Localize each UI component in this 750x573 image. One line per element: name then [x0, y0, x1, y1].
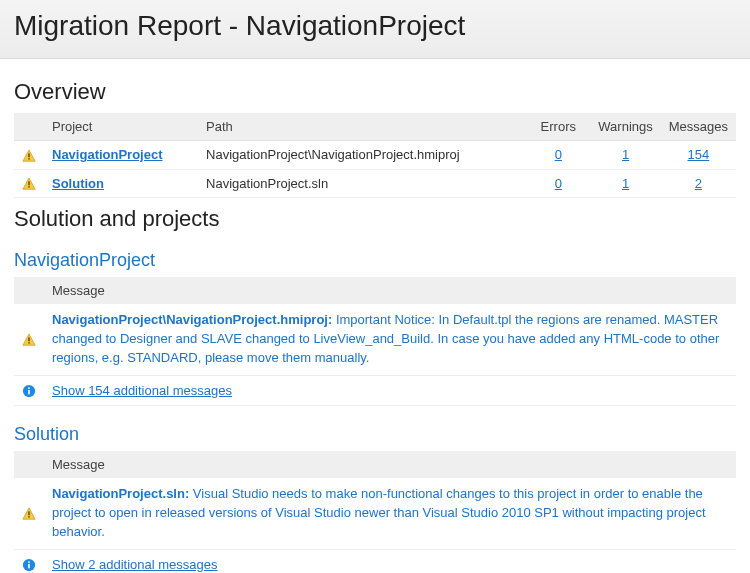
info-icon	[22, 558, 36, 572]
messages-cell: 154	[661, 141, 736, 170]
warning-icon	[22, 507, 36, 521]
message-body: NavigationProject\NavigationProject.hmip…	[44, 304, 736, 375]
more-row: Show 2 additional messages	[14, 549, 736, 573]
errors-cell: 0	[526, 141, 590, 170]
col-message: Message	[44, 277, 736, 304]
warning-icon	[22, 177, 36, 191]
warning-icon	[22, 149, 36, 163]
row-icon	[14, 169, 44, 198]
overview-header-row: Project Path Errors Warnings Messages	[14, 113, 736, 141]
message-row: NavigationProject\NavigationProject.hmip…	[14, 304, 736, 375]
table-row: NavigationProject NavigationProject\Navi…	[14, 141, 736, 170]
path-cell: NavigationProject.sln	[198, 169, 526, 198]
col-icon	[14, 451, 44, 478]
more-cell: Show 154 additional messages	[44, 375, 736, 406]
info-icon	[22, 384, 36, 398]
message-path: NavigationProject\NavigationProject.hmip…	[52, 312, 332, 327]
message-body: NavigationProject.sln: Visual Studio nee…	[44, 478, 736, 549]
col-path: Path	[198, 113, 526, 141]
message-table: Message NavigationProject.sln: Visual St…	[14, 451, 736, 573]
overview-heading: Overview	[14, 79, 736, 105]
errors-link[interactable]: 0	[555, 176, 562, 191]
project-link[interactable]: Solution	[52, 176, 104, 191]
errors-cell: 0	[526, 169, 590, 198]
detail-heading: Solution and projects	[14, 206, 736, 232]
project-cell: Solution	[44, 169, 198, 198]
more-cell: Show 2 additional messages	[44, 549, 736, 573]
warnings-link[interactable]: 1	[622, 147, 629, 162]
warnings-link[interactable]: 1	[622, 176, 629, 191]
col-icon	[14, 277, 44, 304]
message-path: NavigationProject.sln:	[52, 486, 189, 501]
message-row: NavigationProject.sln: Visual Studio nee…	[14, 478, 736, 549]
message-header-row: Message	[14, 451, 736, 478]
messages-cell: 2	[661, 169, 736, 198]
col-warnings: Warnings	[590, 113, 660, 141]
errors-link[interactable]: 0	[555, 147, 562, 162]
project-cell: NavigationProject	[44, 141, 198, 170]
row-icon	[14, 141, 44, 170]
show-more-link[interactable]: Show 154 additional messages	[52, 383, 232, 398]
col-messages: Messages	[661, 113, 736, 141]
subsection-heading: Solution	[14, 424, 736, 445]
subsection-heading: NavigationProject	[14, 250, 736, 271]
row-icon	[14, 549, 44, 573]
warning-icon	[22, 333, 36, 347]
path-cell: NavigationProject\NavigationProject.hmip…	[198, 141, 526, 170]
project-link[interactable]: NavigationProject	[52, 147, 163, 162]
content: Overview Project Path Errors Warnings Me…	[0, 59, 750, 573]
row-icon	[14, 375, 44, 406]
warnings-cell: 1	[590, 169, 660, 198]
col-icon	[14, 113, 44, 141]
row-icon	[14, 478, 44, 549]
more-row: Show 154 additional messages	[14, 375, 736, 406]
message-header-row: Message	[14, 277, 736, 304]
col-project: Project	[44, 113, 198, 141]
row-icon	[14, 304, 44, 375]
title-bar: Migration Report - NavigationProject	[0, 0, 750, 59]
message-table: Message NavigationProject\NavigationProj…	[14, 277, 736, 406]
show-more-link[interactable]: Show 2 additional messages	[52, 557, 218, 572]
table-row: Solution NavigationProject.sln 0 1 2	[14, 169, 736, 198]
overview-table: Project Path Errors Warnings Messages Na…	[14, 113, 736, 198]
messages-link[interactable]: 154	[688, 147, 710, 162]
col-message: Message	[44, 451, 736, 478]
col-errors: Errors	[526, 113, 590, 141]
messages-link[interactable]: 2	[695, 176, 702, 191]
warnings-cell: 1	[590, 141, 660, 170]
page-title: Migration Report - NavigationProject	[14, 10, 736, 42]
